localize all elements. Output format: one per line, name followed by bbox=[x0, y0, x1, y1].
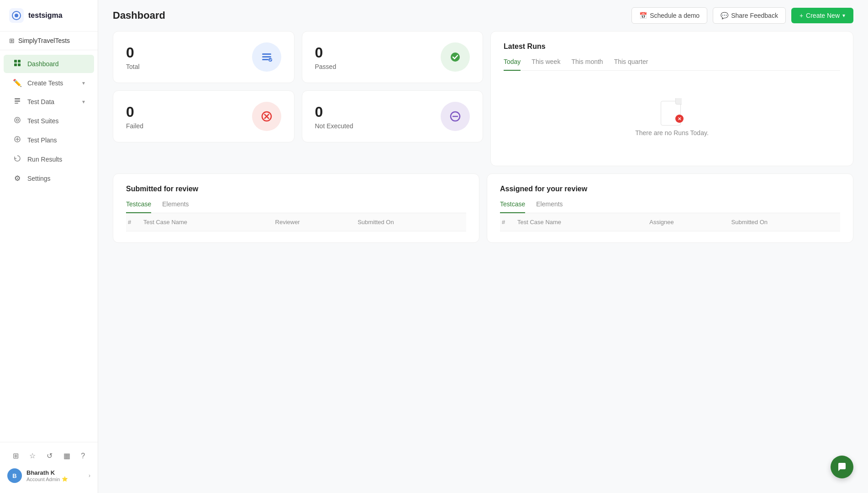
main-content: Dashboard 📅 Schedule a demo 💬 Share Feed… bbox=[98, 0, 868, 493]
test-data-label: Test Data bbox=[27, 98, 54, 105]
svg-rect-14 bbox=[262, 53, 271, 55]
svg-rect-7 bbox=[15, 100, 20, 102]
empty-state-icon: ✕ bbox=[661, 98, 684, 126]
calendar-icon[interactable]: ▦ bbox=[63, 451, 70, 460]
sidebar-nav: Dashboard ✏️ Create Tests ▾ Test Data ▾ … bbox=[0, 50, 98, 442]
runs-tab-this-month[interactable]: This month bbox=[571, 58, 603, 71]
assigned-tab-elements[interactable]: Elements bbox=[536, 200, 563, 213]
dashboard-label: Dashboard bbox=[27, 60, 59, 68]
run-results-label: Run Results bbox=[27, 156, 62, 163]
svg-point-9 bbox=[15, 117, 20, 123]
no-runs-message: There are no Runs Today. bbox=[635, 129, 709, 136]
assigned-tab-testcase[interactable]: Testcase bbox=[500, 200, 525, 213]
not-executed-label: Not Executed bbox=[315, 122, 353, 130]
sidebar-item-dashboard[interactable]: Dashboard bbox=[4, 55, 94, 73]
topbar-actions: 📅 Schedule a demo 💬 Share Feedback + Cre… bbox=[631, 7, 853, 24]
test-suites-label: Test Suites bbox=[27, 117, 58, 125]
logo-area: testsigma bbox=[0, 0, 98, 31]
sidebar-item-test-suites[interactable]: Test Suites bbox=[4, 112, 94, 130]
no-runs-area: ✕ There are no Runs Today. bbox=[504, 80, 840, 155]
runs-tabs: Today This week This month This quarter bbox=[504, 58, 840, 71]
user-expand-arrow: › bbox=[89, 472, 90, 479]
svg-rect-15 bbox=[262, 56, 271, 58]
assigned-for-review-card: Assigned for your review Testcase Elemen… bbox=[487, 173, 853, 243]
assigned-col-assignee: Assignee bbox=[646, 213, 727, 231]
assigned-col-hash: # bbox=[500, 213, 514, 231]
bookmark-icon[interactable]: ☆ bbox=[29, 451, 36, 460]
avatar: B bbox=[7, 468, 22, 483]
stat-card-total: 0 Total bbox=[113, 31, 295, 83]
dropdown-arrow-icon: ▾ bbox=[842, 12, 845, 19]
stats-col-left: 0 Total 0 bbox=[113, 31, 295, 166]
user-role: Account Admin ⭐ bbox=[26, 476, 84, 482]
app-name-selector[interactable]: ⊞ SimplyTravelTests bbox=[0, 31, 98, 50]
create-new-button[interactable]: + Create New ▾ bbox=[791, 8, 853, 23]
submitted-tab-elements[interactable]: Elements bbox=[162, 200, 189, 213]
create-tests-icon: ✏️ bbox=[13, 79, 22, 87]
submitted-col-submitted-on: Submitted On bbox=[354, 213, 466, 231]
total-icon bbox=[252, 42, 281, 72]
svg-rect-2 bbox=[14, 60, 17, 63]
user-profile[interactable]: B Bharath K Account Admin ⭐ › bbox=[0, 464, 98, 488]
stats-col-mid: 0 Passed 0 Not Executed bbox=[302, 31, 484, 166]
failed-label: Failed bbox=[126, 122, 143, 130]
grid-bottom-icon[interactable]: ⊞ bbox=[13, 451, 19, 460]
stats-grid: 0 Total 0 bbox=[113, 31, 853, 166]
assigned-review-table: # Test Case Name Assignee Submitted On bbox=[500, 213, 840, 231]
stat-info-not-executed: 0 Not Executed bbox=[315, 104, 353, 130]
submitted-tab-testcase[interactable]: Testcase bbox=[126, 200, 151, 213]
create-tests-arrow: ▾ bbox=[82, 80, 85, 86]
user-name: Bharath K bbox=[26, 469, 84, 476]
svg-rect-4 bbox=[14, 63, 17, 66]
calendar-icon: 📅 bbox=[639, 12, 647, 19]
submitted-review-title: Submitted for review bbox=[126, 185, 466, 193]
settings-label: Settings bbox=[27, 175, 51, 182]
submitted-col-hash: # bbox=[126, 213, 140, 231]
assigned-col-submitted-on: Submitted On bbox=[728, 213, 840, 231]
sidebar-item-test-data[interactable]: Test Data ▾ bbox=[4, 93, 94, 111]
bottom-icons-bar: ⊞ ☆ ↺ ▦ ? bbox=[0, 448, 98, 464]
svg-rect-3 bbox=[18, 60, 21, 63]
not-executed-number: 0 bbox=[315, 104, 353, 121]
schedule-demo-button[interactable]: 📅 Schedule a demo bbox=[631, 7, 707, 24]
runs-tab-this-week[interactable]: This week bbox=[531, 58, 560, 71]
help-icon[interactable]: ? bbox=[81, 452, 85, 460]
refresh-icon[interactable]: ↺ bbox=[47, 451, 53, 460]
sidebar-item-test-plans[interactable]: Test Plans bbox=[4, 131, 94, 149]
runs-tab-this-quarter[interactable]: This quarter bbox=[614, 58, 648, 71]
not-executed-icon bbox=[441, 102, 470, 131]
stat-info-passed: 0 Passed bbox=[315, 44, 337, 70]
app-name-label: SimplyTravelTests bbox=[18, 37, 70, 44]
latest-runs-card: Latest Runs Today This week This month T… bbox=[490, 31, 853, 166]
chat-fab-button[interactable] bbox=[831, 456, 853, 478]
run-results-icon bbox=[13, 155, 22, 164]
passed-icon bbox=[441, 42, 470, 72]
sidebar-item-create-tests[interactable]: ✏️ Create Tests ▾ bbox=[4, 74, 94, 92]
test-plans-icon bbox=[13, 136, 22, 145]
runs-tab-today[interactable]: Today bbox=[504, 58, 521, 71]
feedback-icon: 💬 bbox=[721, 12, 728, 19]
sidebar: testsigma ⊞ SimplyTravelTests Dashboard … bbox=[0, 0, 98, 493]
submitted-col-reviewer: Reviewer bbox=[272, 213, 354, 231]
submitted-for-review-card: Submitted for review Testcase Elements #… bbox=[113, 173, 479, 243]
passed-number: 0 bbox=[315, 44, 337, 61]
stat-info-failed: 0 Failed bbox=[126, 104, 143, 130]
submitted-review-table: # Test Case Name Reviewer Submitted On bbox=[126, 213, 466, 231]
test-data-icon bbox=[13, 97, 22, 106]
share-feedback-button[interactable]: 💬 Share Feedback bbox=[713, 7, 786, 24]
total-label: Total bbox=[126, 63, 140, 70]
dashboard-icon bbox=[13, 59, 22, 68]
latest-runs-title: Latest Runs bbox=[504, 42, 840, 51]
create-tests-label: Create Tests bbox=[27, 79, 63, 87]
sidebar-item-run-results[interactable]: Run Results bbox=[4, 150, 94, 168]
submitted-col-name: Test Case Name bbox=[140, 213, 272, 231]
sidebar-item-settings[interactable]: ⚙ Settings bbox=[4, 169, 94, 187]
logo-text: testsigma bbox=[28, 11, 63, 20]
assigned-review-tabs: Testcase Elements bbox=[500, 200, 840, 213]
logo-icon bbox=[9, 8, 24, 23]
svg-rect-8 bbox=[15, 103, 18, 104]
svg-rect-5 bbox=[18, 63, 21, 66]
settings-icon: ⚙ bbox=[13, 174, 22, 183]
svg-rect-16 bbox=[262, 59, 268, 60]
svg-point-1 bbox=[15, 14, 18, 17]
